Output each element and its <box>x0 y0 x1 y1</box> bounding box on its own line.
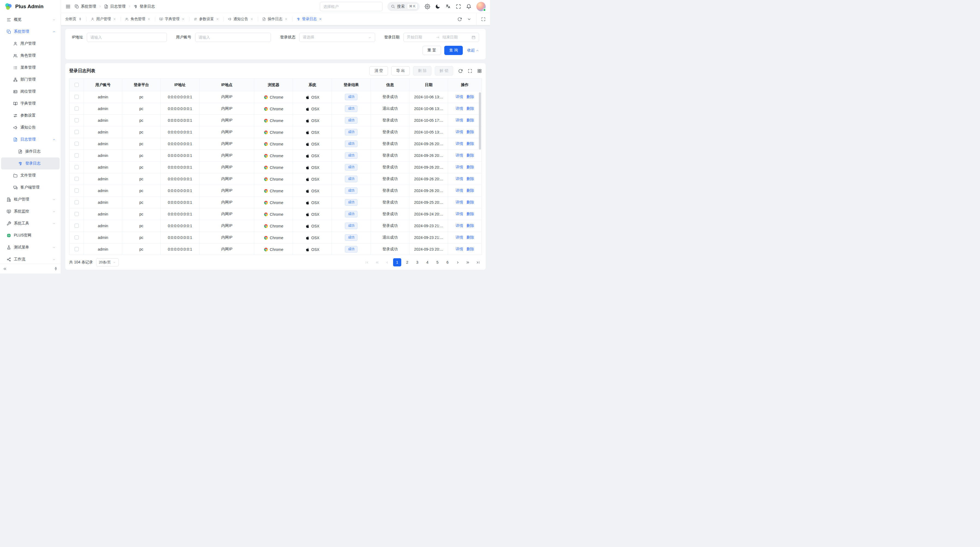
sidebar-item-param-settings[interactable]: 参数设置 <box>1 110 60 121</box>
row-checkbox[interactable] <box>75 224 79 228</box>
bell-icon[interactable] <box>466 4 471 9</box>
sidebar-item-overview[interactable]: 概览 <box>1 14 60 26</box>
detail-link[interactable]: 详情 <box>456 130 463 135</box>
detail-link[interactable]: 详情 <box>456 177 463 182</box>
close-icon[interactable] <box>319 18 322 21</box>
tab-role-mgmt[interactable]: 角色管理 <box>121 13 155 25</box>
breadcrumb-login-log[interactable]: 登录日志 <box>134 4 155 9</box>
sidebar-item-user-mgmt[interactable]: 用户管理 <box>1 38 60 49</box>
close-icon[interactable] <box>181 18 185 21</box>
gear-icon[interactable] <box>425 4 430 9</box>
tenant-select-input[interactable] <box>320 2 382 11</box>
refresh-tab-icon[interactable] <box>457 17 462 22</box>
detail-link[interactable]: 详情 <box>456 200 463 205</box>
delete-link[interactable]: 删除 <box>466 141 474 146</box>
login-date-range-picker[interactable]: 开始日期 结束日期 <box>403 33 479 42</box>
delete-link[interactable]: 删除 <box>466 106 474 111</box>
moon-icon[interactable] <box>435 4 441 9</box>
next-pages-button[interactable] <box>464 258 472 266</box>
sidebar-item-role-mgmt[interactable]: 角色管理 <box>1 49 60 62</box>
sidebar-item-dept-mgmt[interactable]: 部门管理 <box>1 73 60 86</box>
tab-actions-chevron-down-icon[interactable] <box>467 17 471 22</box>
close-icon[interactable] <box>147 18 151 21</box>
sidebar-item-workflow[interactable]: 工作流 <box>1 254 60 264</box>
tab-param-settings[interactable]: 参数设置 <box>189 13 223 25</box>
delete-link[interactable]: 删除 <box>466 235 474 240</box>
row-checkbox[interactable] <box>75 142 79 146</box>
content-fullscreen-icon[interactable] <box>481 17 486 22</box>
breadcrumb-log-mgmt[interactable]: 日志管理 <box>104 4 126 9</box>
select-all-checkbox[interactable] <box>75 83 79 87</box>
delete-link[interactable]: 删除 <box>466 153 474 158</box>
close-icon[interactable] <box>113 18 116 21</box>
delete-button[interactable]: 删 除 <box>413 66 431 75</box>
delete-link[interactable]: 删除 <box>466 247 474 252</box>
delete-link[interactable]: 删除 <box>466 212 474 217</box>
unlock-button[interactable]: 解 锁 <box>435 66 453 75</box>
row-checkbox[interactable] <box>75 153 79 158</box>
delete-link[interactable]: 删除 <box>466 223 474 228</box>
detail-link[interactable]: 详情 <box>456 165 463 170</box>
page-size-select[interactable]: 20条/页 <box>96 258 119 266</box>
close-icon[interactable] <box>250 18 253 21</box>
close-icon[interactable] <box>216 18 219 21</box>
tab-dict-mgmt[interactable]: 字典管理 <box>155 13 189 25</box>
tab-op-log[interactable]: 操作日志 <box>258 13 292 25</box>
logo[interactable]: Plus Admin <box>0 0 61 13</box>
hamburger-menu-icon[interactable] <box>65 4 71 9</box>
delete-link[interactable]: 删除 <box>466 188 474 193</box>
table-scrollbar[interactable] <box>479 92 481 150</box>
tab-user-mgmt[interactable]: 用户管理 <box>86 13 121 25</box>
sidebar-item-dict-mgmt[interactable]: 字典管理 <box>1 97 60 110</box>
ip-address-input[interactable] <box>87 33 167 42</box>
sidebar-item-system-tools[interactable]: 系统工具 <box>1 217 60 230</box>
tab-login-log[interactable]: 登录日志 <box>292 13 326 25</box>
detail-link[interactable]: 详情 <box>456 141 463 146</box>
login-status-select[interactable]: 请选择 <box>299 33 375 42</box>
close-icon[interactable] <box>285 18 288 21</box>
detail-link[interactable]: 详情 <box>456 106 463 111</box>
fullscreen-icon[interactable] <box>456 4 461 9</box>
export-button[interactable]: 导 出 <box>391 66 410 75</box>
detail-link[interactable]: 详情 <box>456 153 463 158</box>
sidebar-item-tenant-mgmt[interactable]: 租户管理 <box>1 193 60 206</box>
reset-button[interactable]: 重 置 <box>423 46 441 55</box>
sidebar-item-plus-website[interactable]: PLUS官网 <box>1 230 60 241</box>
sidebar-item-test-menu[interactable]: 测试菜单 <box>1 241 60 254</box>
user-account-input[interactable] <box>195 33 271 42</box>
sidebar-item-notice[interactable]: 通知公告 <box>1 121 60 134</box>
row-checkbox[interactable] <box>75 165 79 169</box>
detail-link[interactable]: 详情 <box>456 188 463 193</box>
detail-link[interactable]: 详情 <box>456 247 463 252</box>
refresh-table-icon[interactable] <box>458 69 463 73</box>
avatar[interactable] <box>476 2 486 11</box>
page-button-2[interactable]: 2 <box>403 258 411 266</box>
next-page-button[interactable] <box>453 258 462 266</box>
row-checkbox[interactable] <box>75 200 79 204</box>
page-button-1[interactable]: 1 <box>393 258 401 266</box>
page-button-5[interactable]: 5 <box>433 258 442 266</box>
prev-page-button[interactable] <box>383 258 391 266</box>
delete-link[interactable]: 删除 <box>466 130 474 135</box>
last-page-button[interactable] <box>474 258 482 266</box>
row-checkbox[interactable] <box>75 107 79 111</box>
sidebar-item-system-monitor[interactable]: 系统监控 <box>1 206 60 217</box>
sidebar-item-file-mgmt[interactable]: 文件管理 <box>1 169 60 182</box>
page-button-4[interactable]: 4 <box>423 258 431 266</box>
sidebar-item-op-log[interactable]: 操作日志 <box>1 145 60 158</box>
delete-link[interactable]: 删除 <box>466 200 474 205</box>
table-fullscreen-icon[interactable] <box>468 69 472 73</box>
sidebar-item-client-mgmt[interactable]: 客户端管理 <box>1 182 60 193</box>
first-page-button[interactable] <box>363 258 371 266</box>
sidebar-item-post-mgmt[interactable]: 岗位管理 <box>1 86 60 97</box>
row-checkbox[interactable] <box>75 247 79 251</box>
sidebar-item-log-mgmt[interactable]: 日志管理 <box>1 134 60 145</box>
row-checkbox[interactable] <box>75 212 79 216</box>
pin-sidebar-button[interactable] <box>54 267 58 271</box>
detail-link[interactable]: 详情 <box>456 223 463 228</box>
tab-notice[interactable]: 通知公告 <box>223 13 258 25</box>
row-checkbox[interactable] <box>75 130 79 134</box>
collapse-sidebar-button[interactable] <box>3 267 7 271</box>
page-button-6[interactable]: 6 <box>444 258 452 266</box>
query-button[interactable]: 查 询 <box>444 46 463 55</box>
